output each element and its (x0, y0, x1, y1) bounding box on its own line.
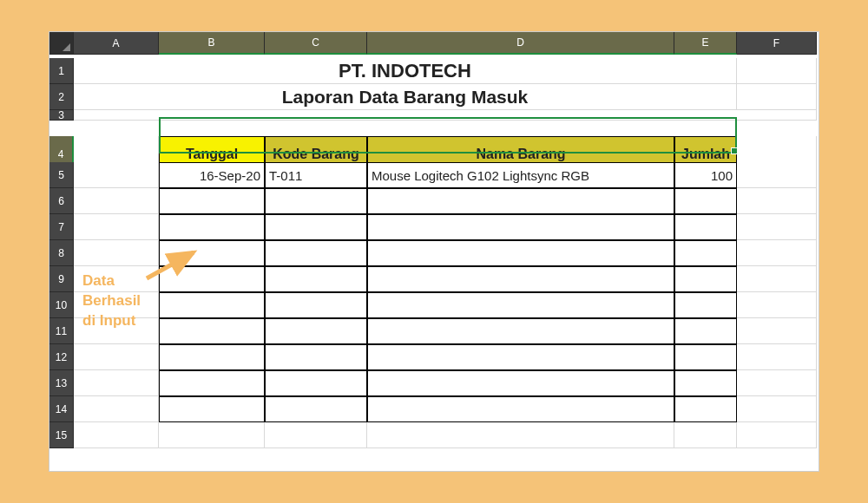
cell-f11[interactable] (737, 318, 817, 344)
row-header-2[interactable]: 2 (49, 84, 74, 110)
cell-c10[interactable] (265, 292, 367, 318)
cell-e11[interactable] (674, 318, 737, 344)
cell-b8[interactable] (159, 240, 265, 266)
cell-a6[interactable] (74, 188, 159, 214)
company-title: PT. INDOTECH (74, 58, 737, 84)
col-header-d[interactable]: D (367, 32, 674, 55)
row-header-1[interactable]: 1 (49, 58, 74, 84)
cell-b6[interactable] (159, 188, 265, 214)
cell-c12[interactable] (265, 344, 367, 370)
cell-c11[interactable] (265, 318, 367, 344)
cell-d12[interactable] (367, 344, 674, 370)
spreadsheet-frame: A B C D E F 1 PT. INDOTECH 2 Laporan Dat… (49, 31, 819, 472)
row-header-6[interactable]: 6 (49, 188, 74, 214)
td-kode[interactable]: T-011 (265, 162, 367, 188)
cell-d7[interactable] (367, 214, 674, 240)
cell-c13[interactable] (265, 370, 367, 396)
col-header-e[interactable]: E (674, 32, 737, 55)
row-header-5[interactable]: 5 (49, 162, 74, 188)
cell-f5[interactable] (737, 162, 817, 188)
cell-b9[interactable] (159, 266, 265, 292)
row-header-7[interactable]: 7 (49, 214, 74, 240)
cell-f15[interactable] (737, 422, 817, 448)
cell-f10[interactable] (737, 292, 817, 318)
cell-c7[interactable] (265, 214, 367, 240)
cell-f7[interactable] (737, 214, 817, 240)
col-header-c[interactable]: C (265, 32, 367, 55)
cell-f14[interactable] (737, 396, 817, 422)
row-header-12[interactable]: 12 (49, 344, 74, 370)
row-header-13[interactable]: 13 (49, 370, 74, 396)
cell-f12[interactable] (737, 344, 817, 370)
row-header-9[interactable]: 9 (49, 266, 74, 292)
cell-b14[interactable] (159, 396, 265, 422)
cell-b7[interactable] (159, 214, 265, 240)
cell-f1[interactable] (737, 58, 817, 84)
cell-d11[interactable] (367, 318, 674, 344)
cell-f2[interactable] (737, 84, 817, 110)
cell-a14[interactable] (74, 396, 159, 422)
cell-b12[interactable] (159, 344, 265, 370)
cell-c14[interactable] (265, 396, 367, 422)
col-header-b[interactable]: B (159, 32, 265, 55)
cell-d15[interactable] (367, 422, 674, 448)
cell-f13[interactable] (737, 370, 817, 396)
cell-f6[interactable] (737, 188, 817, 214)
row-header-10[interactable]: 10 (49, 292, 74, 318)
cell-a11[interactable] (74, 318, 159, 344)
cell-f8[interactable] (737, 240, 817, 266)
cell-e8[interactable] (674, 240, 737, 266)
row-header-3[interactable]: 3 (49, 110, 74, 121)
cell-a8[interactable] (74, 240, 159, 266)
cell-e15[interactable] (674, 422, 737, 448)
cell-d14[interactable] (367, 396, 674, 422)
select-all-corner[interactable] (49, 32, 74, 55)
row-header-11[interactable]: 11 (49, 318, 74, 344)
cell-b13[interactable] (159, 370, 265, 396)
cell-a9[interactable] (74, 266, 159, 292)
col-header-f[interactable]: F (737, 32, 817, 55)
cell-d13[interactable] (367, 370, 674, 396)
cell-e10[interactable] (674, 292, 737, 318)
spreadsheet-grid: A B C D E F 1 PT. INDOTECH 2 Laporan Dat… (49, 32, 819, 448)
cell-c9[interactable] (265, 266, 367, 292)
cell-e14[interactable] (674, 396, 737, 422)
cell-c15[interactable] (265, 422, 367, 448)
row-header-15[interactable]: 15 (49, 422, 74, 448)
cell-a12[interactable] (74, 344, 159, 370)
cell-e7[interactable] (674, 214, 737, 240)
cell-d6[interactable] (367, 188, 674, 214)
col-header-a[interactable]: A (74, 32, 159, 55)
cell-c6[interactable] (265, 188, 367, 214)
row-header-8[interactable]: 8 (49, 240, 74, 266)
report-title: Laporan Data Barang Masuk (74, 84, 737, 110)
cell-e9[interactable] (674, 266, 737, 292)
cell-a7[interactable] (74, 214, 159, 240)
cell-c8[interactable] (265, 240, 367, 266)
td-tanggal[interactable]: 16-Sep-20 (159, 162, 265, 188)
cell-b10[interactable] (159, 292, 265, 318)
cell-a13[interactable] (74, 370, 159, 396)
row-3-cells[interactable] (74, 110, 817, 121)
cell-e6[interactable] (674, 188, 737, 214)
td-jumlah[interactable]: 100 (674, 162, 737, 188)
row-header-14[interactable]: 14 (49, 396, 74, 422)
cell-d9[interactable] (367, 266, 674, 292)
cell-b15[interactable] (159, 422, 265, 448)
td-nama[interactable]: Mouse Logitech G102 Lightsync RGB (367, 162, 674, 188)
cell-a10[interactable] (74, 292, 159, 318)
cell-e13[interactable] (674, 370, 737, 396)
cell-f9[interactable] (737, 266, 817, 292)
cell-d10[interactable] (367, 292, 674, 318)
cell-d8[interactable] (367, 240, 674, 266)
cell-e12[interactable] (674, 344, 737, 370)
cell-a15[interactable] (74, 422, 159, 448)
cell-b11[interactable] (159, 318, 265, 344)
cell-a5[interactable] (74, 162, 159, 188)
